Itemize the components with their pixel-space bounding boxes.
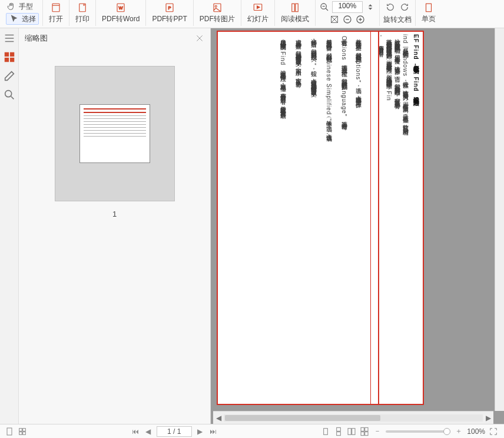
play-icon bbox=[253, 2, 263, 13]
pdf2img-button[interactable]: PDF转图片 bbox=[194, 0, 241, 26]
thumbnail-page-1[interactable] bbox=[55, 66, 175, 201]
rotate-left-icon[interactable] bbox=[385, 2, 396, 12]
thumbnail-title: 缩略图 bbox=[25, 33, 48, 44]
zoom-in-status-icon[interactable]: ＋ bbox=[454, 427, 463, 436]
zoom-slider[interactable] bbox=[386, 430, 450, 433]
doc-line: 完成以上所有步骤后，我们就成功将软件的界面语言设置成中文了，如下图所示，大家可以… bbox=[294, 34, 301, 402]
red-rule-2 bbox=[370, 32, 371, 404]
scroll-left-icon[interactable]: ◀ bbox=[213, 413, 224, 423]
svg-rect-15 bbox=[426, 4, 431, 12]
svg-rect-16 bbox=[4, 52, 8, 57]
scrollbar-thumb[interactable] bbox=[225, 415, 380, 421]
svg-rect-32 bbox=[365, 427, 368, 431]
rotate-right-icon[interactable] bbox=[399, 2, 410, 12]
next-page-icon[interactable]: ▶ bbox=[195, 427, 205, 436]
document-scroll-area[interactable]: EF Find怎么设置中文-EF Find设置中文的方法 ind是一款功能强大的… bbox=[211, 28, 493, 409]
zoom-out-status-icon[interactable]: － bbox=[373, 427, 382, 436]
svg-rect-21 bbox=[7, 428, 12, 435]
hand-tool[interactable]: 手型 bbox=[6, 1, 33, 12]
scrollbar-track[interactable] bbox=[224, 414, 483, 422]
print-icon bbox=[77, 2, 88, 13]
ppt-icon: P bbox=[164, 2, 175, 13]
view-two-cont-icon[interactable] bbox=[360, 427, 369, 436]
slideshow-button[interactable]: 幻灯片 bbox=[241, 0, 275, 26]
slideshow-label: 幻灯片 bbox=[247, 14, 268, 24]
rail-outline-icon[interactable] bbox=[3, 32, 16, 45]
single-page-button[interactable]: 单页 bbox=[416, 0, 442, 26]
svg-rect-10 bbox=[296, 4, 299, 12]
prev-page-icon[interactable]: ◀ bbox=[144, 427, 153, 436]
open-label: 打开 bbox=[49, 14, 63, 24]
single-page-icon bbox=[423, 2, 434, 13]
status-doc-icon[interactable] bbox=[5, 427, 14, 436]
close-icon[interactable] bbox=[195, 34, 204, 43]
svg-rect-30 bbox=[352, 428, 355, 434]
doc-line: 上就是小编给大家整理的EF Find设置中文的具体操作方法，方法简单易懂，有需要… bbox=[279, 34, 286, 402]
svg-text:P: P bbox=[168, 5, 171, 11]
horizontal-scrollbar[interactable]: ◀ ▶ bbox=[213, 411, 493, 424]
zoom-fit-icon[interactable] bbox=[329, 14, 340, 25]
print-button[interactable]: 打印 bbox=[69, 0, 96, 26]
rail-edit-icon[interactable] bbox=[3, 69, 16, 82]
zoom-out-icon[interactable] bbox=[319, 2, 330, 12]
open-button[interactable]: 打开 bbox=[43, 0, 69, 26]
hand-label: 手型 bbox=[19, 2, 33, 12]
view-two-icon[interactable] bbox=[347, 427, 356, 436]
first-page-icon[interactable]: ⏮ bbox=[131, 427, 140, 436]
pdf2ppt-button[interactable]: P PDF转PPT bbox=[146, 0, 193, 26]
updown-icon[interactable] bbox=[365, 2, 376, 12]
rotate-label: 旋转文档 bbox=[383, 15, 412, 25]
doc-line: 英语基础较差的朋友无疑给使用这款软件造成了很大的困难，因此需要重新设置中文的方法… bbox=[385, 34, 392, 402]
rotate-group: 旋转文档 bbox=[380, 0, 416, 26]
page-navigator: ⏮ ◀ 1 / 1 ▶ ⏭ bbox=[27, 426, 321, 437]
thumbnail-page-number: 1 bbox=[112, 210, 117, 218]
thumbnail-header: 缩略图 bbox=[19, 28, 210, 48]
svg-rect-33 bbox=[361, 432, 364, 435]
thumbnail-panel: 缩略图 1 bbox=[19, 28, 211, 424]
svg-rect-17 bbox=[9, 52, 14, 57]
view-cont-icon[interactable] bbox=[334, 427, 343, 436]
view-single-icon[interactable] bbox=[321, 427, 330, 436]
svg-rect-18 bbox=[4, 58, 8, 62]
open-icon bbox=[51, 2, 61, 13]
svg-rect-23 bbox=[23, 428, 26, 431]
doc-line: 选择好语言后，我们在窗口底部可以找到"OK"按钮，点击该按钮就可以成功将软件的界… bbox=[310, 34, 317, 402]
vertical-scrollbar[interactable] bbox=[495, 28, 504, 411]
reading-icon bbox=[290, 2, 300, 13]
svg-text:W: W bbox=[119, 5, 124, 11]
status-thumb-icon[interactable] bbox=[18, 427, 27, 436]
doc-title: EF Find怎么设置中文-EF Find设置中文的方法 bbox=[412, 34, 419, 402]
fullscreen-icon[interactable] bbox=[489, 427, 498, 436]
select-tool[interactable]: 选择 bbox=[6, 13, 39, 25]
svg-rect-26 bbox=[324, 428, 328, 434]
zoom-group: 100% bbox=[316, 0, 380, 26]
zoom-input[interactable]: 100% bbox=[332, 1, 363, 13]
cursor-icon bbox=[9, 14, 19, 24]
doc-line: ind是一款功能强大的Windows搜索软件，该软件界面清爽大方，用户在软件中输… bbox=[402, 34, 409, 402]
rail-thumbnail-icon[interactable] bbox=[3, 51, 16, 64]
zoom-minus-icon[interactable] bbox=[342, 14, 353, 25]
doc-line: 首先打开软件进入到主界面，我们在界面顶部找到"Options"选项，点击该选项再… bbox=[354, 34, 362, 402]
top-toolbar: 手型 选择 打开 打印 W PDF转Word P PDF转PPT bbox=[0, 0, 504, 28]
rail-search-icon[interactable] bbox=[3, 88, 16, 101]
svg-point-20 bbox=[5, 91, 11, 97]
zoom-plus-icon[interactable] bbox=[355, 14, 366, 25]
thumbnail-preview bbox=[79, 104, 150, 163]
image-icon bbox=[212, 2, 223, 13]
select-label: 选择 bbox=[22, 14, 36, 24]
doc-line: 然后界面上就会弹出一个窗口，我们在窗口中找到"Chinese Simplifie… bbox=[325, 34, 332, 402]
last-page-icon[interactable]: ⏭ bbox=[208, 427, 218, 436]
single-page-label: 单页 bbox=[422, 14, 436, 24]
svg-rect-28 bbox=[337, 432, 341, 435]
main-area: 缩略图 1 bbox=[0, 28, 504, 424]
thumbnail-body: 1 bbox=[19, 48, 210, 424]
pdf2word-button[interactable]: W PDF转Word bbox=[96, 0, 146, 26]
doc-line: 接着在Options选项下方会出现一个下拉框，我们在下拉框的底部找到"Langu… bbox=[340, 34, 347, 402]
reading-button[interactable]: 阅读模式 bbox=[275, 0, 316, 26]
scroll-right-icon[interactable]: ▶ bbox=[483, 413, 493, 423]
zoom-slider-knob[interactable] bbox=[443, 428, 450, 435]
page-indicator[interactable]: 1 / 1 bbox=[157, 426, 192, 437]
print-label: 打印 bbox=[75, 14, 89, 24]
pdf2ppt-label: PDF转PPT bbox=[152, 14, 187, 24]
status-bar: ⏮ ◀ 1 / 1 ▶ ⏭ － ＋ 100% bbox=[0, 424, 504, 438]
